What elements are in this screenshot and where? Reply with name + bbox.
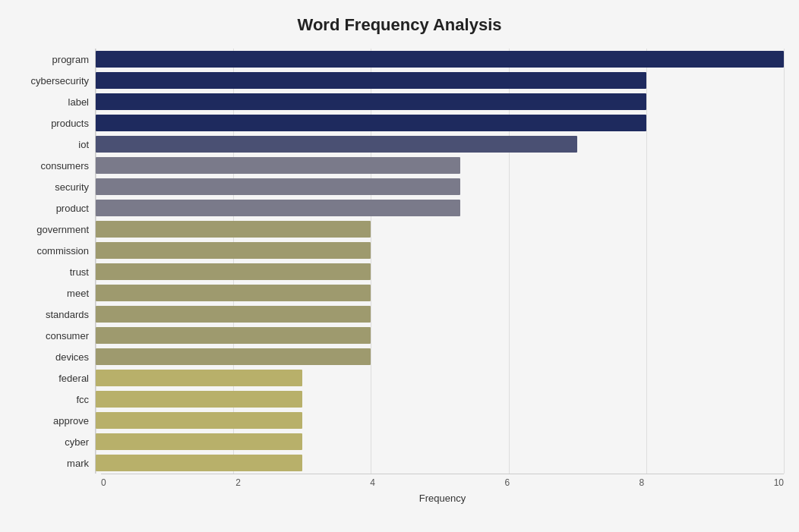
x-axis-section: 0246810 Frequency bbox=[101, 474, 784, 504]
bar-row-meet bbox=[96, 282, 784, 304]
bar-cyber bbox=[96, 433, 302, 450]
bar-devices bbox=[96, 348, 371, 365]
y-label-approve: approve bbox=[53, 410, 89, 431]
y-label-cyber: cyber bbox=[65, 431, 89, 452]
x-tick-8: 8 bbox=[640, 477, 645, 488]
y-label-mark: mark bbox=[67, 452, 89, 474]
x-tick-0: 0 bbox=[101, 477, 106, 488]
bar-program bbox=[96, 51, 784, 68]
bar-security bbox=[96, 178, 460, 195]
bar-row-products bbox=[96, 112, 784, 134]
bar-row-approve bbox=[96, 410, 784, 431]
bar-row-standards bbox=[96, 304, 784, 325]
x-tick-6: 6 bbox=[504, 477, 510, 488]
bars-and-grid bbox=[95, 49, 784, 474]
y-label-label: label bbox=[68, 91, 89, 112]
y-label-iot: iot bbox=[78, 134, 89, 155]
bar-row-security bbox=[96, 176, 784, 197]
y-label-consumer: consumer bbox=[46, 325, 89, 346]
bar-row-commission bbox=[96, 240, 784, 261]
y-label-cybersecurity: cybersecurity bbox=[30, 70, 89, 91]
bar-consumers bbox=[96, 157, 460, 174]
bar-trust bbox=[96, 263, 371, 280]
bar-row-product bbox=[96, 197, 784, 219]
bars-section: programcybersecuritylabelproductsiotcons… bbox=[15, 49, 784, 474]
y-label-meet: meet bbox=[67, 282, 89, 304]
y-label-devices: devices bbox=[55, 346, 89, 367]
bar-row-label bbox=[96, 91, 784, 112]
bar-row-federal bbox=[96, 367, 784, 389]
bar-meet bbox=[96, 285, 371, 301]
x-tick-10: 10 bbox=[774, 477, 784, 488]
y-label-trust: trust bbox=[70, 261, 89, 282]
x-tick-2: 2 bbox=[235, 477, 241, 488]
bar-standards bbox=[96, 306, 371, 323]
chart-container: Word Frequency Analysis programcybersecu… bbox=[0, 0, 799, 532]
y-label-security: security bbox=[55, 176, 89, 197]
bar-product bbox=[96, 200, 460, 216]
bar-commission bbox=[96, 242, 371, 259]
y-label-government: government bbox=[36, 219, 89, 240]
y-label-consumers: consumers bbox=[40, 155, 89, 176]
y-label-product: product bbox=[56, 197, 89, 219]
bar-consumer bbox=[96, 327, 371, 344]
x-ticks: 0246810 bbox=[101, 474, 784, 488]
bar-mark bbox=[96, 455, 302, 471]
bar-label bbox=[96, 93, 646, 110]
bar-row-fcc bbox=[96, 389, 784, 410]
bar-row-government bbox=[96, 219, 784, 240]
y-labels: programcybersecuritylabelproductsiotcons… bbox=[15, 49, 95, 474]
y-label-program: program bbox=[52, 49, 89, 70]
y-label-fcc: fcc bbox=[76, 389, 89, 410]
bar-iot bbox=[96, 136, 577, 153]
bar-fcc bbox=[96, 391, 302, 408]
bar-products bbox=[96, 115, 646, 131]
x-axis-label: Frequency bbox=[101, 493, 784, 504]
bar-government bbox=[96, 221, 371, 238]
y-label-products: products bbox=[51, 112, 89, 134]
bar-row-mark bbox=[96, 452, 784, 474]
chart-area: programcybersecuritylabelproductsiotcons… bbox=[15, 49, 784, 474]
chart-title: Word Frequency Analysis bbox=[15, 15, 784, 35]
bar-cybersecurity bbox=[96, 72, 646, 89]
bar-row-consumers bbox=[96, 155, 784, 176]
bar-row-cyber bbox=[96, 431, 784, 452]
y-label-standards: standards bbox=[46, 304, 89, 325]
bar-row-devices bbox=[96, 346, 784, 367]
grid-line-10 bbox=[784, 49, 785, 474]
bar-row-iot bbox=[96, 134, 784, 155]
bar-row-program bbox=[96, 49, 784, 70]
bar-approve bbox=[96, 412, 302, 429]
x-tick-4: 4 bbox=[370, 477, 375, 488]
bar-row-consumer bbox=[96, 325, 784, 346]
bar-federal bbox=[96, 370, 302, 386]
bar-row-trust bbox=[96, 261, 784, 282]
y-label-federal: federal bbox=[58, 367, 89, 389]
y-label-commission: commission bbox=[36, 240, 89, 261]
bar-row-cybersecurity bbox=[96, 70, 784, 91]
